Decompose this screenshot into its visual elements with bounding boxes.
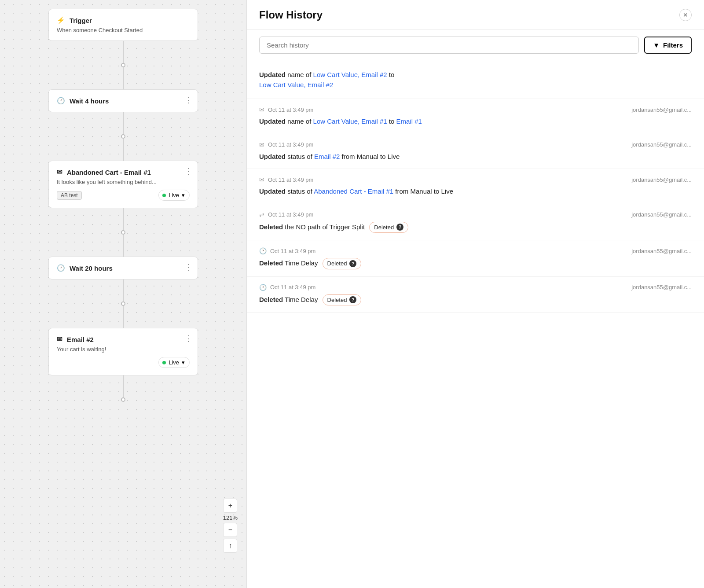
email2-menu-button[interactable]: ⋮ [184, 334, 192, 343]
history-action: Deleted [259, 296, 283, 303]
history-text: the NO path of Trigger Split [285, 223, 365, 231]
connector-line-2 [123, 112, 124, 134]
flow-canvas: ⚡ Trigger When someone Checkout Started … [0, 0, 246, 588]
live-dot-2 [162, 361, 166, 364]
trigger-node: ⚡ Trigger When someone Checkout Started [48, 9, 198, 41]
clock-icon-1: 🕐 [57, 97, 65, 105]
email2-node: ✉ Email #2 Your cart is waiting! Live ▾ … [48, 328, 198, 375]
deleted-badge: Deleted ? [369, 222, 408, 233]
deleted-badge: Deleted ? [323, 294, 362, 306]
bolt-icon: ⚡ [57, 16, 65, 24]
zoom-controls: + 121% − ↑ [223, 499, 238, 553]
history-user: jordansan55@gmail.c... [631, 107, 692, 113]
deleted-badge: Deleted ? [323, 258, 362, 269]
connector-line-4 [123, 279, 124, 301]
trigger-title: Trigger [70, 17, 92, 24]
history-link[interactable]: Low Cart Value, Email #1 [313, 118, 387, 125]
history-date: Oct 11 at 3:49 pm [268, 211, 313, 218]
trigger-header: ⚡ Trigger [57, 16, 190, 24]
help-icon[interactable]: ? [349, 260, 356, 267]
help-icon[interactable]: ? [396, 224, 403, 231]
connector-dot-4 [121, 301, 125, 306]
close-button[interactable]: ✕ [679, 9, 692, 21]
history-meta-left: 🕐 Oct 11 at 3:49 pm [259, 284, 315, 291]
email1-menu-button[interactable]: ⋮ [184, 166, 192, 176]
email1-live-badge[interactable]: Live ▾ [158, 190, 190, 201]
connector-line-2b [123, 139, 124, 161]
history-item: ✉ Oct 11 at 3:49 pm jordansan55@gmail.c.… [247, 169, 704, 204]
help-icon[interactable]: ? [349, 296, 356, 303]
history-text-2: from Manual to Live [342, 153, 400, 160]
history-date: Oct 11 at 3:49 pm [268, 141, 313, 148]
envelope-meta-icon: ✉ [259, 176, 264, 183]
history-date: Oct 11 at 3:49 pm [268, 107, 313, 113]
history-content: Deleted Time Delay Deleted ? [259, 258, 692, 269]
wait1-node: 🕐 Wait 4 hours ⋮ [48, 89, 198, 112]
email1-title: Abandoned Cart - Email #1 [67, 169, 151, 176]
history-text-2: to [389, 118, 396, 125]
email2-live-badge[interactable]: Live ▾ [158, 357, 190, 368]
history-text: status of [287, 153, 314, 160]
connector-dot-3 [121, 230, 125, 235]
history-action: Updated [259, 71, 286, 78]
history-item: ✉ Oct 11 at 3:49 pm jordansan55@gmail.c.… [247, 134, 704, 169]
filters-label: Filters [663, 41, 683, 49]
history-item: Updated name of Low Cart Value, Email #2… [247, 61, 704, 99]
history-meta-left: ✉ Oct 11 at 3:49 pm [259, 141, 313, 148]
email1-subtitle: It looks like you left something behind.… [57, 179, 190, 185]
history-meta-left: ✉ Oct 11 at 3:49 pm [259, 176, 313, 183]
connector-dot-1 [121, 63, 125, 67]
history-date: Oct 11 at 3:49 pm [268, 176, 313, 183]
history-meta: 🕐 Oct 11 at 3:49 pm jordansan55@gmail.c.… [259, 284, 692, 291]
envelope-icon-2: ✉ [57, 335, 62, 343]
history-action: Updated [259, 153, 286, 160]
chevron-down-icon-1: ▾ [182, 192, 185, 198]
email1-node: ✉ Abandoned Cart - Email #1 It looks lik… [48, 161, 198, 208]
clock-meta-icon: 🕐 [259, 284, 267, 291]
connector-line-1 [123, 41, 124, 63]
email1-header: ✉ Abandoned Cart - Email #1 [57, 168, 190, 176]
connector-dot-5 [121, 397, 125, 402]
flow-nodes: ⚡ Trigger When someone Checkout Started … [44, 9, 202, 402]
history-link-1[interactable]: Low Cart Value, Email #2 [313, 71, 387, 78]
envelope-meta-icon: ✉ [259, 106, 264, 113]
chevron-down-icon-2: ▾ [182, 359, 185, 366]
deleted-label: Deleted [327, 259, 347, 268]
split-meta-icon: ⇄ [259, 211, 264, 218]
history-meta: ✉ Oct 11 at 3:49 pm jordansan55@gmail.c.… [259, 141, 692, 148]
wait2-node: 🕐 Wait 20 hours ⋮ [48, 257, 198, 279]
search-input[interactable] [259, 37, 639, 54]
history-content: Updated name of Low Cart Value, Email #1… [259, 117, 692, 127]
wait1-menu-button[interactable]: ⋮ [184, 95, 192, 105]
history-user: jordansan55@gmail.c... [631, 284, 692, 290]
history-date: Oct 11 at 3:49 pm [270, 284, 315, 290]
clock-icon-2: 🕐 [57, 264, 65, 272]
ab-test-tag: AB test [57, 191, 82, 200]
history-link-2[interactable]: Email #1 [396, 118, 422, 125]
filters-button[interactable]: ▼ Filters [644, 37, 692, 54]
email2-subtitle: Your cart is waiting! [57, 346, 190, 353]
history-meta: ✉ Oct 11 at 3:49 pm jordansan55@gmail.c.… [259, 106, 692, 113]
history-link[interactable]: Abandoned Cart - Email #1 [314, 187, 393, 195]
history-text: Time Delay [285, 259, 318, 267]
connector-line-4b [123, 306, 124, 328]
history-list: Updated name of Low Cart Value, Email #2… [247, 61, 704, 588]
zoom-out-button[interactable]: − [223, 523, 237, 537]
history-link[interactable]: Email #2 [314, 153, 340, 160]
zoom-reset-button[interactable]: ↑ [223, 539, 237, 553]
wait1-title: Wait 4 hours [70, 97, 109, 105]
filter-icon: ▼ [653, 41, 660, 49]
deleted-label: Deleted [327, 296, 347, 305]
panel-title: Flow History [259, 9, 323, 21]
history-text-2: from Manual to Live [395, 187, 453, 195]
envelope-meta-icon: ✉ [259, 141, 264, 148]
wait2-menu-button[interactable]: ⋮ [184, 262, 192, 272]
history-link-2[interactable]: Low Cart Value, Email #2 [259, 81, 333, 88]
history-content: Updated status of Email #2 from Manual t… [259, 152, 692, 162]
wait2-title: Wait 20 hours [70, 265, 113, 272]
zoom-in-button[interactable]: + [223, 499, 237, 513]
history-user: jordansan55@gmail.c... [631, 176, 692, 183]
history-text: name of [287, 71, 313, 78]
history-item: ✉ Oct 11 at 3:49 pm jordansan55@gmail.c.… [247, 99, 704, 134]
close-icon: ✕ [683, 11, 688, 18]
